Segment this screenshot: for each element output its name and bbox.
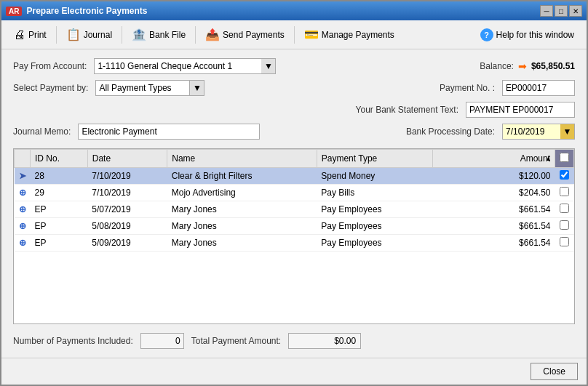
table-row[interactable]: ➤ 28 7/10/2019 Clear & Bright Filters Sp… (15, 168, 574, 185)
journal-label: Journal (84, 30, 112, 40)
payment-no-label: Payment No. : (440, 83, 495, 93)
col-header-date: Date (87, 150, 167, 168)
col-header-amount: Amount ▲ (433, 150, 555, 168)
journal-memo-label: Journal Memo: (13, 126, 71, 137)
maximize-button[interactable]: □ (555, 5, 568, 17)
help-button[interactable]: ? Help for this window (474, 24, 581, 46)
help-icon: ? (480, 28, 493, 41)
row-name: Mojo Advertising (167, 185, 317, 201)
bottom-bar: Close (1, 358, 587, 385)
payments-table: ID No. Date Name Payment Type Amount ▲ ➤… (14, 149, 574, 252)
row-payment-type: Pay Employees (317, 235, 433, 252)
journal-row: Journal Memo: Bank Processing Date: ▼ (13, 124, 575, 140)
row-payment-type: Spend Money (317, 168, 433, 185)
bank-file-button[interactable]: 🏦 Bank File (125, 24, 192, 46)
row-id: 28 (31, 168, 88, 185)
row-checkbox-cell (555, 218, 574, 235)
row-checkbox-cell (555, 235, 574, 252)
payments-table-container: ID No. Date Name Payment Type Amount ▲ ➤… (13, 148, 575, 324)
select-payment-label: Select Payment by: (13, 83, 88, 93)
print-icon: 🖨 (14, 28, 25, 41)
table-row[interactable]: ⊕ EP 5/09/2019 Mary Jones Pay Employees … (15, 235, 574, 252)
bank-stmt-input[interactable] (466, 102, 575, 118)
row-date: 5/08/2019 (87, 218, 167, 235)
row-checkbox[interactable] (560, 204, 569, 213)
row-icon-cell: ⊕ (15, 201, 31, 218)
row-name: Mary Jones (167, 235, 317, 252)
col-header-id: ID No. (31, 150, 88, 168)
row-checkbox[interactable] (560, 220, 569, 230)
row-date: 5/07/2019 (87, 201, 167, 218)
row-date: 5/09/2019 (87, 235, 167, 252)
select-all-checkbox[interactable] (560, 153, 569, 162)
manage-payments-label: Manage Payments (322, 30, 394, 40)
title-bar: AR Prepare Electronic Payments ─ □ ✕ (1, 1, 587, 20)
manage-payments-button[interactable]: 💳 Manage Payments (298, 24, 401, 46)
row-checkbox[interactable] (560, 170, 569, 180)
select-payment-dropdown-button[interactable]: ▼ (190, 80, 204, 96)
row-name: Mary Jones (167, 218, 317, 235)
toolbar: 🖨 Print 📋 Journal 🏦 Bank File 📤 Send Pay… (1, 20, 587, 49)
help-label: Help for this window (496, 30, 574, 40)
bank-proc-date-input[interactable] (502, 124, 560, 140)
send-payments-button[interactable]: 📤 Send Payments (199, 24, 291, 46)
manage-payments-icon: 💳 (304, 28, 319, 41)
title-badge: AR (6, 7, 22, 16)
row-arrow-icon: ⊕ (19, 221, 26, 231)
table-row[interactable]: ⊕ EP 5/07/2019 Mary Jones Pay Employees … (15, 201, 574, 218)
row-id: 29 (31, 185, 88, 201)
table-row[interactable]: ⊕ 29 7/10/2019 Mojo Advertising Pay Bill… (15, 185, 574, 201)
minimize-button[interactable]: ─ (540, 5, 553, 17)
select-payment-container: ▼ (95, 80, 204, 96)
row-name: Clear & Bright Filters (167, 168, 317, 185)
print-button[interactable]: 🖨 Print (7, 24, 53, 46)
date-picker-button[interactable]: ▼ (560, 124, 575, 140)
select-payment-row: Select Payment by: ▼ Payment No. : (13, 80, 575, 96)
pay-from-label: Pay From Account: (13, 61, 87, 71)
pay-from-dropdown-button[interactable]: ▼ (261, 58, 276, 74)
window-controls: ─ □ ✕ (540, 5, 582, 17)
row-id: EP (31, 235, 88, 252)
separator-1 (56, 26, 57, 44)
row-icon-cell: ⊕ (15, 185, 31, 201)
form-content: Pay From Account: ▼ Balance: ➡ $65,850.5… (1, 49, 587, 358)
total-amount-input (288, 333, 361, 349)
pay-from-row: Pay From Account: ▼ Balance: ➡ $65,850.5… (13, 58, 575, 74)
balance-icon: ➡ (518, 60, 527, 72)
bank-proc-date-label: Bank Processing Date: (406, 126, 495, 137)
row-payment-type: Pay Bills (317, 185, 433, 201)
bank-file-label: Bank File (149, 30, 186, 40)
table-row[interactable]: ⊕ EP 5/08/2019 Mary Jones Pay Employees … (15, 218, 574, 235)
close-button[interactable]: Close (531, 363, 578, 380)
main-window: AR Prepare Electronic Payments ─ □ ✕ 🖨 P… (0, 0, 588, 386)
num-payments-label: Number of Payments Included: (13, 336, 133, 346)
row-arrow-icon: ⊕ (19, 188, 26, 198)
col-header-checkbox (555, 150, 574, 168)
row-amount: $120.00 (433, 168, 555, 185)
row-arrow-icon: ⊕ (19, 238, 26, 248)
row-id: EP (31, 218, 88, 235)
row-date: 7/10/2019 (87, 168, 167, 185)
separator-4 (294, 26, 295, 44)
row-arrow-icon: ➤ (19, 171, 26, 181)
payment-no-input[interactable] (502, 80, 575, 96)
row-payment-type: Pay Employees (317, 218, 433, 235)
balance-container: Balance: ➡ $65,850.51 (480, 60, 575, 72)
close-window-button[interactable]: ✕ (569, 5, 582, 17)
row-name: Mary Jones (167, 201, 317, 218)
row-checkbox[interactable] (560, 187, 569, 196)
pay-from-input[interactable] (94, 58, 261, 74)
row-checkbox[interactable] (560, 237, 569, 246)
row-amount: $661.54 (433, 201, 555, 218)
row-icon-cell: ⊕ (15, 218, 31, 235)
row-checkbox-cell (555, 168, 574, 185)
separator-2 (122, 26, 122, 44)
col-header-name: Name (167, 150, 317, 168)
select-payment-input[interactable] (95, 80, 190, 96)
send-payments-icon: 📤 (205, 28, 220, 41)
balance-value: $65,850.51 (531, 61, 575, 71)
col-header-payment-type: Payment Type (317, 150, 433, 168)
journal-memo-input[interactable] (78, 124, 260, 140)
journal-button[interactable]: 📋 Journal (60, 24, 119, 46)
row-amount: $661.54 (433, 235, 555, 252)
